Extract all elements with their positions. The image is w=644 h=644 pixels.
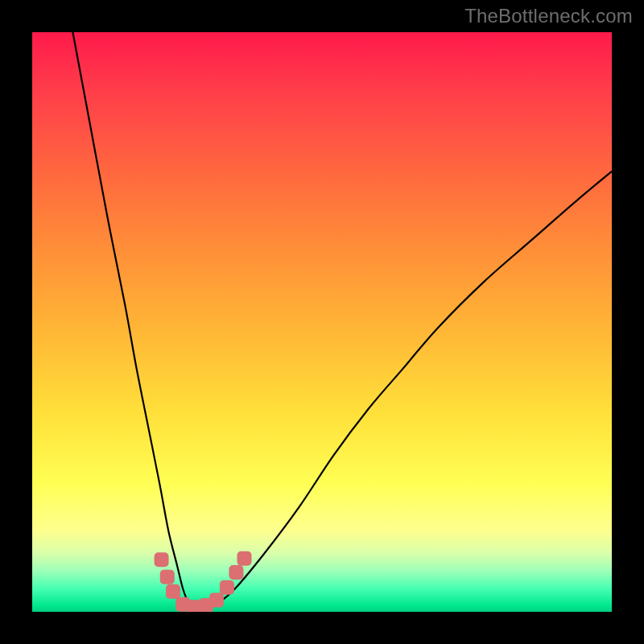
curve-marker [166,584,180,599]
curve-markers [155,551,252,612]
curve-marker [160,570,175,584]
curve-marker [220,580,234,595]
watermark-text: TheBottleneck.com [464,5,633,27]
curve-marker [155,552,169,567]
curve-marker [237,551,252,566]
curve-svg [32,32,612,612]
curve-marker [209,593,224,608]
chart-frame: TheBottleneck.com [0,0,644,644]
chart-plot-area [32,32,612,612]
bottleneck-curve [72,32,612,609]
curve-marker [229,565,243,580]
